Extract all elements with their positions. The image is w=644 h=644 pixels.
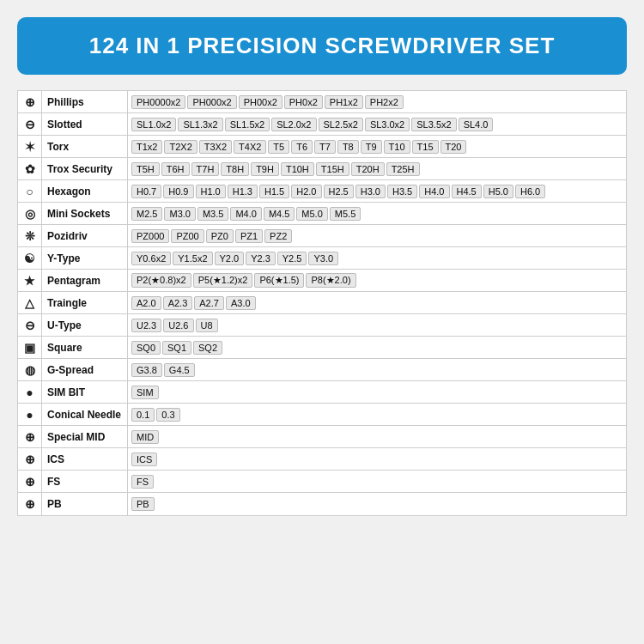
bit-tag: T5H bbox=[131, 162, 160, 176]
bit-tag: A2.0 bbox=[131, 296, 161, 310]
row-icon: ⊕ bbox=[18, 493, 42, 515]
bit-tag: T10 bbox=[384, 140, 410, 154]
bit-tag: PZ2 bbox=[264, 229, 292, 243]
bit-tag: SL3.0x2 bbox=[365, 118, 410, 131]
bit-tag: M4.5 bbox=[264, 207, 295, 221]
page-title: 124 IN 1 PRECISION SCREWDRIVER SET bbox=[34, 33, 610, 59]
row-type: U-Type bbox=[42, 314, 128, 336]
bit-tag: SL3.5x2 bbox=[411, 118, 456, 131]
spec-table: ⊕PhillipsPH0000x2PH000x2PH00x2PH0x2PH1x2… bbox=[17, 90, 627, 516]
row-icon: △ bbox=[18, 292, 42, 313]
bit-tag: H1.3 bbox=[228, 185, 258, 198]
bit-tag: FS bbox=[131, 475, 154, 489]
table-row: ◎Mini SocketsM2.5M3.0M3.5M4.0M4.5M5.0M5.… bbox=[18, 203, 626, 225]
table-row: ●Conical Needle0.10.3 bbox=[18, 404, 626, 426]
bit-tag: U8 bbox=[196, 319, 218, 332]
table-row: ⊕ICSICS bbox=[18, 448, 626, 471]
bit-tag: M5.0 bbox=[296, 207, 327, 221]
bit-tag: PH2x2 bbox=[365, 95, 404, 109]
bits-area: PB bbox=[128, 493, 626, 515]
bit-tag: Y2.5 bbox=[277, 252, 307, 265]
table-row: ⊕FSFS bbox=[18, 471, 626, 493]
bits-area: SIM bbox=[128, 381, 626, 403]
bits-area: 0.10.3 bbox=[128, 404, 626, 425]
bit-tag: H6.0 bbox=[515, 185, 545, 198]
row-type: Torx bbox=[42, 136, 128, 157]
row-icon: ▣ bbox=[18, 337, 42, 358]
table-row: ⊕Special MIDMID bbox=[18, 426, 626, 448]
row-icon: ◍ bbox=[18, 359, 42, 380]
bits-area: PH0000x2PH000x2PH00x2PH0x2PH1x2PH2x2 bbox=[128, 91, 626, 112]
bits-area: PZ000PZ00PZ0PZ1PZ2 bbox=[128, 225, 626, 246]
bit-tag: T8H bbox=[221, 162, 249, 176]
bit-tag: PH0000x2 bbox=[131, 95, 185, 109]
table-row: ●SIM BITSIM bbox=[18, 381, 626, 404]
table-row: ✿Trox SecurityT5HT6HT7HT8HT9HT10HT15HT20… bbox=[18, 158, 626, 180]
bit-tag: T9 bbox=[361, 140, 382, 154]
row-type: Traingle bbox=[42, 292, 128, 313]
bit-tag: SQ0 bbox=[131, 341, 161, 355]
bit-tag: PH0x2 bbox=[284, 95, 323, 109]
table-row: ✶TorxT1x2T2X2T3X2T4X2T5T6T7T8T9T10T15T20 bbox=[18, 136, 626, 158]
bit-tag: P5(★1.2)x2 bbox=[193, 273, 253, 288]
bit-tag: SL1.3x2 bbox=[178, 118, 222, 131]
bit-tag: SIM bbox=[131, 386, 159, 399]
bit-tag: T6H bbox=[161, 162, 190, 176]
bit-tag: ICS bbox=[131, 453, 157, 466]
bit-tag: 0.1 bbox=[131, 408, 155, 422]
row-icon: ⊕ bbox=[18, 91, 42, 112]
row-type: ICS bbox=[42, 448, 128, 470]
bits-area: P2(★0.8)x2P5(★1.2)x2P6(★1.5)P8(★2.0) bbox=[128, 270, 626, 291]
row-icon: ⊖ bbox=[18, 113, 42, 135]
bit-tag: Y0.6x2 bbox=[131, 252, 171, 265]
row-icon: ● bbox=[18, 404, 42, 425]
bit-tag: Y2.0 bbox=[215, 252, 245, 265]
bit-tag: T4X2 bbox=[234, 140, 266, 154]
bit-tag: Y2.3 bbox=[246, 252, 276, 265]
row-type: SIM BIT bbox=[42, 381, 128, 403]
bit-tag: H1.0 bbox=[196, 185, 226, 198]
bit-tag: H0.9 bbox=[163, 185, 193, 198]
row-icon: ⊕ bbox=[18, 448, 42, 470]
bits-area: FS bbox=[128, 471, 626, 492]
bit-tag: H2.0 bbox=[291, 185, 321, 198]
bit-tag: T2X2 bbox=[164, 140, 197, 154]
bits-area: Y0.6x2Y1.5x2Y2.0Y2.3Y2.5Y3.0 bbox=[128, 247, 626, 269]
bit-tag: T15H bbox=[316, 162, 349, 176]
bit-tag: A2.3 bbox=[163, 296, 193, 310]
bit-tag: MID bbox=[131, 430, 159, 444]
bit-tag: PB bbox=[131, 497, 155, 511]
row-type: Trox Security bbox=[42, 158, 128, 179]
row-icon: ◎ bbox=[18, 203, 42, 224]
bit-tag: PH1x2 bbox=[325, 95, 363, 109]
bit-tag: SL2.5x2 bbox=[319, 118, 363, 131]
bit-tag: Y3.0 bbox=[308, 252, 338, 265]
row-icon: ★ bbox=[18, 270, 42, 291]
bit-tag: SL1.0x2 bbox=[131, 118, 176, 131]
row-icon: ✶ bbox=[18, 136, 42, 157]
bit-tag: A2.7 bbox=[194, 296, 224, 310]
bit-tag: M3.0 bbox=[164, 207, 195, 221]
bit-tag: M3.5 bbox=[197, 207, 228, 221]
table-row: ○HexagonH0.7H0.9H1.0H1.3H1.5H2.0H2.5H3.0… bbox=[18, 180, 626, 203]
bit-tag: PH00x2 bbox=[239, 95, 283, 109]
bit-tag: Y1.5x2 bbox=[173, 252, 212, 265]
bit-tag: PZ000 bbox=[131, 229, 169, 243]
bit-tag: SL1.5x2 bbox=[225, 118, 270, 131]
bit-tag: M4.0 bbox=[230, 207, 261, 221]
bit-tag: U2.3 bbox=[131, 319, 161, 332]
bit-tag: M5.5 bbox=[330, 207, 361, 221]
row-icon: ⊖ bbox=[18, 314, 42, 336]
row-icon: ○ bbox=[18, 180, 42, 202]
bits-area: U2.3U2.6U8 bbox=[128, 314, 626, 336]
bit-tag: H4.0 bbox=[419, 185, 449, 198]
row-type: Slotted bbox=[42, 113, 128, 135]
bit-tag: SQ2 bbox=[193, 341, 222, 355]
row-icon: ❊ bbox=[18, 225, 42, 246]
table-row: △TraingleA2.0A2.3A2.7A3.0 bbox=[18, 292, 626, 314]
bit-tag: T5 bbox=[268, 140, 289, 154]
row-type: Conical Needle bbox=[42, 404, 128, 425]
row-type: Phillips bbox=[42, 91, 128, 112]
bit-tag: H1.5 bbox=[259, 185, 289, 198]
bit-tag: T9H bbox=[251, 162, 279, 176]
